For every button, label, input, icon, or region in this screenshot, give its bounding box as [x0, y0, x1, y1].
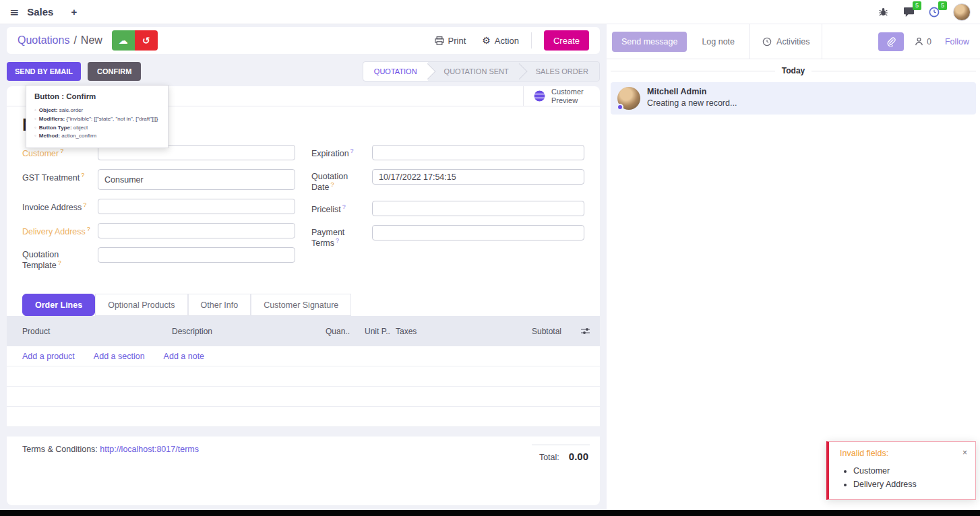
step-quotation-sent[interactable]: QUOTATION SENT: [428, 62, 520, 81]
save-record-button[interactable]: ☁: [112, 30, 135, 51]
chatter-toolbar: Send message Log note Activities 0 Follo…: [607, 24, 980, 59]
field-grid: Customer? GST Treatment? Invoice Address…: [7, 135, 600, 279]
activities-clock-icon[interactable]: 5: [927, 5, 941, 19]
activities-badge: 5: [938, 1, 947, 10]
create-button[interactable]: Create: [544, 30, 589, 51]
customer-preview-button[interactable]: Customer Preview: [523, 86, 600, 106]
terms-and-conditions: Terms & Conditions: http://localhost:801…: [22, 445, 199, 462]
pricelist-field[interactable]: [372, 201, 584, 216]
send-message-button[interactable]: Send message: [612, 32, 687, 52]
add-a-section-link[interactable]: Add a section: [94, 352, 145, 361]
undo-discard-icon: ↺: [142, 35, 150, 46]
gst-treatment-field[interactable]: [98, 169, 295, 190]
column-product[interactable]: Product: [22, 327, 172, 336]
discard-record-button[interactable]: ↺: [135, 30, 158, 51]
column-quantity[interactable]: Quan..: [326, 327, 365, 336]
invoice-address-label: Invoice Address?: [22, 199, 98, 212]
total-value: 0.00: [569, 451, 588, 462]
state-steps: QUOTATION QUOTATION SENT SALES ORDER: [363, 61, 600, 82]
quotation-date-field[interactable]: [372, 169, 584, 185]
breadcrumb-quotations[interactable]: Quotations: [18, 34, 69, 46]
invalid-field-item: Delivery Address: [853, 478, 967, 491]
close-icon[interactable]: ×: [962, 449, 967, 457]
activities-button[interactable]: Activities: [749, 24, 822, 59]
messages-icon[interactable]: 5: [902, 5, 915, 19]
tab-order-lines[interactable]: Order Lines: [22, 294, 95, 316]
print-button[interactable]: Print: [435, 36, 466, 46]
empty-row: [7, 387, 600, 407]
help-icon: ?: [60, 148, 63, 154]
delivery-address-label: Delivery Address?: [22, 223, 98, 236]
terms-link[interactable]: http://localhost:8017/terms: [100, 445, 199, 454]
customer-preview-label: Customer Preview: [551, 88, 590, 104]
quotation-template-label: Quotation Template?: [22, 247, 98, 270]
user-avatar[interactable]: [953, 3, 971, 21]
top-navbar: ≡ Sales + 5 5: [0, 0, 980, 24]
add-a-note-link[interactable]: Add a note: [164, 352, 204, 361]
breadcrumb-separator: /: [73, 34, 76, 46]
field-column-left: Customer? GST Treatment? Invoice Address…: [22, 145, 295, 279]
column-subtotal[interactable]: Subtotal: [514, 327, 561, 336]
action-button[interactable]: ⚙ Action: [482, 35, 519, 46]
breadcrumb-current: New: [81, 34, 102, 46]
help-icon: ?: [330, 181, 334, 188]
empty-row: [7, 407, 600, 427]
debug-tooltip: Button : Confirm Object: sale.order Modi…: [26, 85, 169, 148]
total-label: Total:: [539, 453, 559, 462]
tooltip-item: Button Type: object: [34, 124, 160, 133]
delivery-address-field[interactable]: [98, 223, 295, 238]
step-sales-order[interactable]: SALES ORDER: [520, 62, 599, 81]
message-author[interactable]: Mitchell Admin: [647, 87, 737, 96]
debug-bug-icon[interactable]: [876, 5, 890, 19]
screen-bottom-bar: [0, 510, 980, 516]
quotation-template-field[interactable]: [98, 247, 295, 263]
cloud-save-icon: ☁: [119, 35, 128, 46]
pricelist-label: Pricelist?: [311, 201, 372, 214]
tooltip-item: Modifiers: {"invisible": [["state", "not…: [34, 115, 160, 124]
new-tab-button[interactable]: +: [71, 6, 77, 18]
step-quotation[interactable]: QUOTATION: [363, 62, 428, 81]
optional-columns-icon[interactable]: [561, 327, 590, 335]
tab-customer-signature[interactable]: Customer Signature: [251, 294, 351, 316]
invoice-address-field[interactable]: [98, 199, 295, 214]
printer-icon: [435, 36, 444, 45]
activities-label: Activities: [776, 37, 809, 46]
app-screen: ≡ Sales + 5 5 Quotations / New ☁: [0, 0, 980, 516]
help-icon: ?: [83, 201, 86, 208]
totals-block: Total: 0.00: [532, 445, 590, 462]
gear-icon: ⚙: [482, 35, 491, 46]
field-column-right: Expiration? Quotation Date? Pricelist? P…: [311, 145, 584, 279]
column-taxes[interactable]: Taxes: [396, 327, 497, 336]
gst-treatment-label: GST Treatment?: [22, 169, 98, 183]
send-by-email-button[interactable]: SEND BY EMAIL: [7, 62, 81, 81]
followers-counter[interactable]: 0: [915, 37, 931, 46]
tooltip-item: Method: action_confirm: [34, 132, 160, 141]
expiration-field[interactable]: [372, 145, 584, 160]
log-note-button[interactable]: Log note: [702, 37, 735, 46]
column-unit-price[interactable]: Unit P..: [365, 327, 396, 336]
apps-menu-icon[interactable]: ≡: [9, 5, 19, 19]
help-icon: ?: [336, 237, 339, 244]
add-line-row: Add a product Add a section Add a note: [7, 346, 600, 366]
quotation-date-label: Quotation Date?: [311, 169, 372, 192]
app-name-sales[interactable]: Sales: [27, 6, 53, 18]
notebook-tabs: Order Lines Optional Products Other Info…: [7, 279, 600, 316]
expiration-label: Expiration?: [311, 145, 372, 158]
tab-other-info[interactable]: Other Info: [188, 294, 251, 316]
tab-optional-products[interactable]: Optional Products: [95, 294, 187, 316]
tooltip-title: Button : Confirm: [34, 92, 160, 100]
payment-terms-field[interactable]: [372, 225, 584, 240]
follower-person-icon: [915, 37, 923, 46]
date-divider-label: Today: [775, 66, 811, 75]
clock-icon: [762, 37, 772, 46]
followers-count: 0: [927, 37, 931, 46]
follow-button[interactable]: Follow: [945, 37, 969, 46]
form-sheet: Customer Preview New Button : Confirm Ob…: [7, 86, 600, 505]
confirm-button[interactable]: CONFIRM: [88, 62, 141, 81]
messages-badge: 5: [913, 1, 921, 10]
add-a-product-link[interactable]: Add a product: [22, 352, 75, 361]
column-description[interactable]: Description: [172, 327, 326, 336]
attach-file-button[interactable]: [878, 32, 904, 51]
invalid-fields-toast: Invalid fields: × Customer Delivery Addr…: [826, 441, 976, 500]
divider: [531, 32, 532, 49]
